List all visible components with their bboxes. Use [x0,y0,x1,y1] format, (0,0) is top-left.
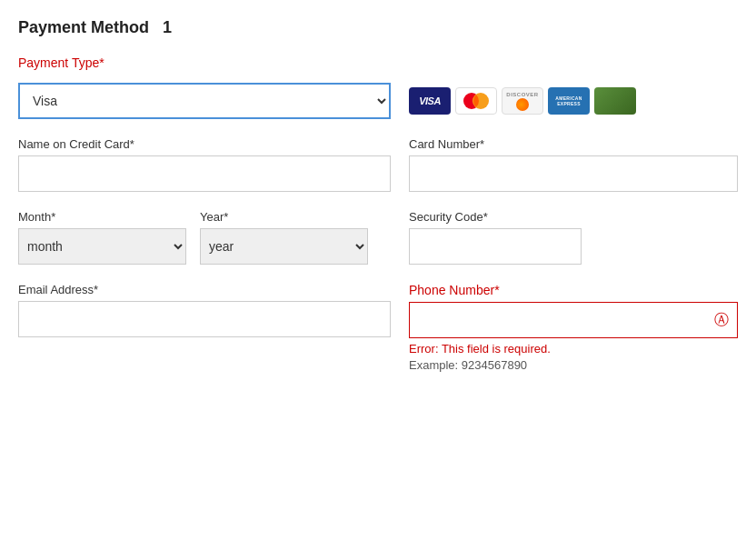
payment-type-select[interactable]: Visa Mastercard Discover American Expres… [18,83,391,119]
name-on-card-label: Name on Credit Card* [18,137,391,151]
name-on-card-input[interactable] [18,155,391,192]
month-label: Month* [18,210,186,224]
card-icons: VISA DISCOVER AMERICAN EXPRESS [409,87,636,115]
other-card-icon [594,87,636,115]
month-select[interactable]: month 1 - January 2 - February 3 - March… [18,228,186,265]
payment-type-label: Payment Type* [18,55,738,70]
security-code-input[interactable] [409,228,582,265]
card-number-label: Card Number* [409,137,738,151]
amex-icon: AMERICAN EXPRESS [548,87,590,115]
phone-input-wrapper: Ⓐ [409,302,738,338]
phone-hint: Example: 9234567890 [409,358,738,372]
email-label: Email Address* [18,283,391,296]
year-label: Year* [200,210,368,224]
phone-input[interactable] [409,302,738,338]
mastercard-icon [455,87,497,115]
visa-icon: VISA [409,87,451,115]
title-badge: 1 [163,18,172,36]
email-input[interactable] [18,301,391,337]
card-number-input[interactable] [409,155,738,192]
phone-error-message: Error: This field is required. [409,342,738,356]
phone-label: Phone Number* [409,283,738,297]
year-select[interactable]: year 2024 2025 2026 2027 2028 2029 2030 [200,228,368,265]
security-code-label: Security Code* [409,210,738,224]
page-title: Payment Method 1 [18,18,738,37]
payment-method-form: Payment Method 1 Payment Type* Visa Mast… [18,18,738,372]
discover-icon: DISCOVER [502,87,543,115]
title-text: Payment Method [18,18,149,36]
